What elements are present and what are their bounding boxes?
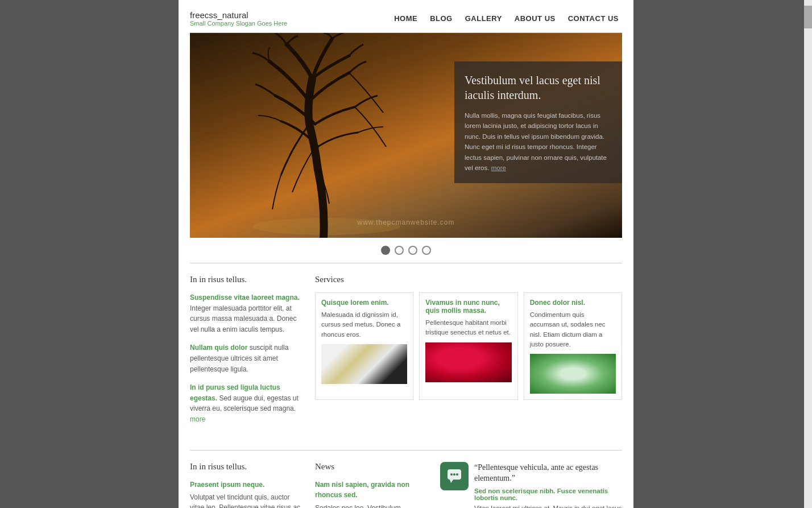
service-card-2: Vivamus in nunc nunc, quis mollis massa.…: [419, 292, 517, 400]
service-3-title: Donec dolor nisl.: [530, 299, 616, 307]
news-item: Nam nisl sapien, gravida non rhoncus sed…: [315, 480, 429, 508]
left-item-2-title: Nullam quis dolor: [190, 344, 247, 352]
quote-author-title: Sed non scelerisque nibh. Fusce venenati…: [474, 488, 622, 501]
bottom-left-column: In in risus tellus. Praesent ipsum neque…: [190, 462, 315, 508]
svg-point-3: [450, 473, 453, 476]
nav-about[interactable]: ABOUT US: [511, 12, 559, 25]
services-title: Services: [315, 275, 622, 284]
service-2-title: Vivamus in nunc nunc, quis mollis massa.: [425, 299, 511, 315]
svg-point-4: [453, 473, 455, 476]
bottom-content-row2: In in risus tellus. Praesent ipsum neque…: [179, 462, 633, 508]
hero-text-box: Vestibulum vel lacus eget nisl iaculis i…: [454, 61, 622, 183]
service-2-text: Pellentesque habitant morbi tristique se…: [425, 318, 511, 338]
hero-image: www.thepcmanwebsite.com Vestibulum vel l…: [190, 33, 622, 238]
main-nav: HOME BLOG GALLERY ABOUT US CONTACT US: [391, 12, 622, 25]
service-card-3: Donec dolor nisl. Condimentum quis accum…: [524, 292, 622, 400]
quote-column: “Pellentesque vehicula, ante ac egestas …: [440, 462, 622, 508]
news-title: News: [315, 462, 429, 472]
nav-contact[interactable]: CONTACT US: [565, 12, 622, 25]
service-3-text: Condimentum quis accumsan ut, sodales ne…: [530, 310, 616, 349]
hero-section: www.thepcmanwebsite.com Vestibulum vel l…: [190, 33, 622, 238]
left-item-3-more[interactable]: more: [190, 415, 205, 423]
quote-box: “Pellentesque vehicula, ante ac egestas …: [440, 462, 622, 508]
bottom-item-text: Volutpat vel tincidunt quis, auctor vita…: [190, 492, 304, 508]
logo-slogan: Small Company Slogan Goes Here: [190, 20, 287, 27]
slider-dot-3[interactable]: [408, 246, 417, 255]
bottom-left-title: In in risus tellus.: [190, 462, 304, 472]
bottom-left-item: Praesent ipsum neque. Volutpat vel tinci…: [190, 480, 304, 508]
slider-dot-1[interactable]: [381, 246, 390, 255]
quote-main-text: “Pellentesque vehicula, ante ac egestas …: [474, 462, 622, 484]
services-column: Services Quisque lorem enim. Malesuada i…: [315, 275, 622, 433]
services-grid: Quisque lorem enim. Malesuada id digniss…: [315, 292, 622, 400]
left-item-3: In id purus sed ligula luctus egestas. S…: [190, 382, 304, 424]
service-card-1: Quisque lorem enim. Malesuada id digniss…: [315, 292, 413, 400]
hero-more-link[interactable]: more: [491, 164, 506, 171]
svg-marker-2: [450, 480, 453, 483]
nav-gallery[interactable]: GALLERY: [462, 12, 506, 25]
quote-author-text: Vitae laoreet mi ultrices at. Mauris in …: [474, 503, 622, 508]
left-column-1: In in risus tellus. Suspendisse vitae la…: [190, 275, 315, 433]
speech-bubble-icon: [446, 468, 462, 484]
scrollbar-track: [804, 0, 812, 508]
news-column: News Nam nisl sapien, gravida non rhoncu…: [315, 462, 440, 508]
service-1-title: Quisque lorem enim.: [321, 299, 407, 307]
service-3-image: [530, 354, 616, 394]
news-item-text: Sodales nec leo. Vestibulum bibendum ant…: [315, 503, 429, 508]
service-1-image: [321, 344, 407, 384]
nav-home[interactable]: HOME: [391, 12, 421, 25]
quote-text-area: “Pellentesque vehicula, ante ac egestas …: [474, 462, 622, 508]
left-item-1: Suspendisse vitae laoreet magna. Integer…: [190, 292, 304, 334]
service-2-image: [425, 342, 511, 382]
left-item-2: Nullam quis dolor suscipit nulla pellent…: [190, 342, 304, 374]
scrollbar-thumb[interactable]: [804, 6, 812, 28]
svg-point-5: [456, 473, 458, 476]
bottom-item-title: Praesent ipsum neque.: [190, 480, 304, 490]
left-section-title-1: In in risus tellus.: [190, 275, 304, 284]
slider-dots: [179, 238, 633, 261]
logo-area: freecss_natural Small Company Slogan Goe…: [190, 10, 287, 27]
section-divider-2: [190, 450, 622, 451]
news-item-title: Nam nisl sapien, gravida non rhoncus sed…: [315, 480, 429, 501]
hero-heading: Vestibulum vel lacus eget nisl iaculis i…: [465, 73, 612, 102]
slider-dot-2[interactable]: [395, 246, 404, 255]
watermark: www.thepcmanwebsite.com: [357, 218, 454, 226]
slider-dot-4[interactable]: [422, 246, 431, 255]
left-item-1-text: Integer malesuada porttitor elit, at cur…: [190, 304, 296, 333]
left-item-1-title: Suspendisse vitae laoreet magna.: [190, 294, 300, 302]
quote-icon: [440, 462, 469, 490]
service-1-text: Malesuada id dignissim id, cursus sed me…: [321, 310, 407, 340]
main-content-row1: In in risus tellus. Suspendisse vitae la…: [179, 275, 633, 433]
tree-illustration: [235, 33, 451, 238]
hero-body: Nulla mollis, magna quis feugiat faucibu…: [465, 110, 612, 173]
header: freecss_natural Small Company Slogan Goe…: [179, 0, 633, 32]
nav-blog[interactable]: BLOG: [426, 12, 456, 25]
logo-title: freecss_natural: [190, 10, 287, 20]
section-divider-1: [190, 263, 622, 263]
